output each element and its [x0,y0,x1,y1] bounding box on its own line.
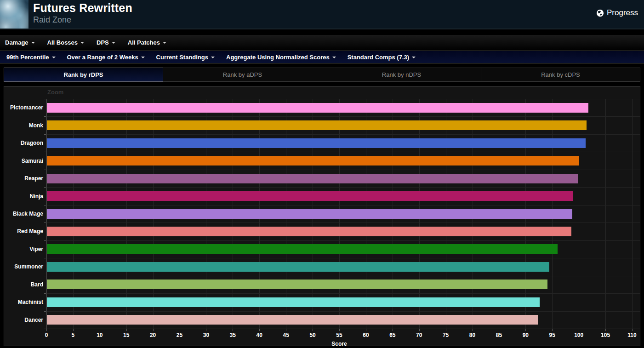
secondary-filter-bar: 99th Percentile Over a Range of 2 Weeks … [0,51,644,63]
row-gridline [46,99,640,99]
tab-rank-by-adps[interactable]: Rank by aDPS [163,68,322,82]
y-axis-tick [44,134,46,135]
x-tick-label: 110 [627,332,636,338]
x-tick-label: 90 [523,332,529,338]
row-gridline [46,240,640,241]
bar-dancer[interactable] [47,315,538,325]
page-title: Futures Rewritten [33,1,132,15]
x-tick-label: 45 [283,332,289,338]
bar-machinist[interactable] [47,297,540,307]
dropdown-label: Damage [5,39,28,46]
dropdown-label: Aggregate Using Normalized Scores [226,54,330,61]
y-axis-tick [44,152,46,152]
bar-bard[interactable] [47,280,547,289]
y-axis-tick [44,258,46,258]
gridline [605,99,606,329]
y-axis-tick [44,170,46,170]
category-label-bard: Bard [4,281,43,288]
x-axis-title: Score [331,341,347,346]
dropdown-label: Current Standings [156,54,208,61]
dropdown-time-range[interactable]: Over a Range of 2 Weeks [67,54,145,61]
x-tick-label: 60 [363,332,369,338]
gridline [579,99,579,329]
dropdown-all-patches[interactable]: All Patches [128,39,166,46]
category-label-red-mage: Red Mage [4,228,43,234]
dropdown-damage[interactable]: Damage [5,39,35,46]
x-tick-label: 85 [496,332,502,338]
title-block: Futures Rewritten Raid Zone [33,0,132,25]
category-label-machinist: Machinist [4,299,43,305]
dropdown-label: DPS [97,39,109,46]
tab-rank-by-cdps[interactable]: Rank by cDPS [481,68,640,82]
category-label-ninja: Ninja [4,193,43,200]
gridline [632,99,633,329]
dropdown-label: 99th Percentile [6,54,49,61]
rank-tab-bar: Rank by rDPS Rank by aDPS Rank by nDPS R… [4,68,640,82]
row-gridline [46,205,640,205]
dropdown-percentile[interactable]: 99th Percentile [6,54,56,61]
y-axis-tick [44,240,46,241]
progress-label: Progress [607,8,638,17]
x-tick-label: 40 [256,332,262,338]
row-gridline [46,134,640,135]
bar-viper[interactable] [47,244,558,254]
bar-pictomancer[interactable] [47,103,588,113]
x-tick-label: 65 [389,332,395,338]
bar-samurai[interactable] [47,156,579,165]
x-tick-label: 10 [97,332,103,338]
y-axis-tick [44,187,46,188]
row-gridline [46,311,640,312]
bar-summoner[interactable] [47,262,549,272]
chevron-down-icon [141,57,145,58]
x-tick-label: 70 [416,332,422,338]
x-tick-label: 35 [230,332,236,338]
category-label-dancer: Dancer [4,317,43,323]
bar-monk[interactable] [47,120,587,130]
dropdown-aggregation[interactable]: Aggregate Using Normalized Scores [226,54,336,61]
y-axis-tick [44,99,46,99]
y-axis-tick [44,293,46,294]
chevron-down-icon [412,57,416,58]
tab-rank-by-ndps[interactable]: Rank by nDPS [322,68,481,82]
row-gridline [46,258,640,258]
row-gridline [46,170,640,170]
progress-link[interactable]: Progress [596,8,638,17]
row-gridline [46,152,640,152]
x-tick-label: 20 [150,332,156,338]
category-label-summoner: Summoner [4,263,43,270]
x-tick-label: 50 [309,332,315,338]
category-label-dragoon: Dragoon [4,140,43,146]
chevron-down-icon [332,57,336,58]
zoom-hint-label: Zoom [47,89,63,96]
x-tick-label: 5 [72,332,75,338]
bar-black-mage[interactable] [47,209,572,219]
page-subtitle: Raid Zone [33,15,132,25]
x-tick-label: 55 [336,332,342,338]
x-tick-label: 95 [549,332,555,338]
x-tick-label: 80 [469,332,475,338]
tab-rank-by-rdps[interactable]: Rank by rDPS [4,68,163,82]
category-label-viper: Viper [4,246,43,252]
category-label-monk: Monk [4,122,43,129]
row-gridline [46,187,640,188]
category-label-black-mage: Black Mage [4,211,43,217]
x-tick-label: 105 [601,332,610,338]
category-label-reaper: Reaper [4,175,43,182]
chevron-down-icon [52,57,56,58]
x-tick-label: 0 [45,332,48,338]
dropdown-all-bosses[interactable]: All Bosses [47,39,84,46]
chevron-down-icon [163,42,166,44]
dropdown-standings[interactable]: Current Standings [156,54,215,61]
dropdown-comps[interactable]: Standard Comps (7.3) [348,54,416,61]
y-axis-tick [44,311,46,312]
row-gridline [46,276,640,276]
bar-ninja[interactable] [47,191,573,201]
y-axis-tick [44,116,46,117]
zone-header: Futures Rewritten Raid Zone Progress [0,0,644,29]
bar-reaper[interactable] [47,174,578,183]
dropdown-label: All Patches [128,39,160,46]
bar-red-mage[interactable] [47,227,571,236]
bar-dragoon[interactable] [47,138,586,148]
dropdown-dps[interactable]: DPS [97,39,115,46]
x-tick-label: 75 [443,332,449,338]
